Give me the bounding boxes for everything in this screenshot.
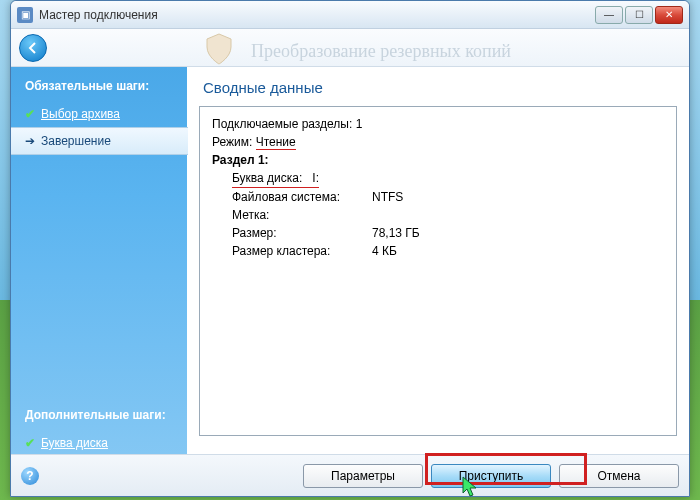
close-button[interactable]: ✕ bbox=[655, 6, 683, 24]
wizard-window: ▣ Мастер подключения — ☐ ✕ Преобразовани… bbox=[10, 0, 690, 497]
sidebar-item-finish[interactable]: ➔ Завершение bbox=[11, 127, 188, 155]
summary-box: Подключаемые разделы: 1 Режим: Чтение Ра… bbox=[199, 106, 677, 436]
maximize-button[interactable]: ☐ bbox=[625, 6, 653, 24]
sidebar-item-label: Завершение bbox=[41, 134, 111, 148]
sidebar-item-select-archive[interactable]: ✔ Выбор архива bbox=[11, 101, 187, 127]
mode-value: Чтение bbox=[256, 135, 296, 150]
options-button[interactable]: Параметры bbox=[303, 464, 423, 488]
required-steps-heading: Обязательные шаги: bbox=[11, 75, 187, 101]
minimize-button[interactable]: — bbox=[595, 6, 623, 24]
summary-line-volume-label: Метка: bbox=[212, 206, 664, 224]
sidebar-item-label: Выбор архива bbox=[41, 107, 120, 121]
summary-line-cluster: Размер кластера: 4 КБ bbox=[212, 242, 664, 260]
window-title: Мастер подключения bbox=[39, 8, 595, 22]
sidebar-item-drive-letter[interactable]: ✔ Буква диска bbox=[11, 430, 187, 456]
drive-letter-value: I: bbox=[312, 171, 319, 185]
page-title: Сводные данные bbox=[199, 75, 677, 106]
help-icon[interactable]: ? bbox=[21, 467, 39, 485]
summary-line-drive-letter: Буква диска: I: bbox=[212, 169, 664, 188]
summary-line-mode: Режим: Чтение bbox=[212, 133, 664, 151]
sidebar: Обязательные шаги: ✔ Выбор архива ➔ Заве… bbox=[11, 67, 187, 496]
app-icon: ▣ bbox=[17, 7, 33, 23]
footer: ? Параметры Приступить Отмена bbox=[11, 454, 689, 496]
summary-section-heading: Раздел 1: bbox=[212, 151, 664, 169]
summary-line-partitions: Подключаемые разделы: 1 bbox=[212, 115, 664, 133]
check-icon: ✔ bbox=[25, 107, 35, 121]
header-strip bbox=[11, 29, 689, 67]
summary-line-filesystem: Файловая система: NTFS bbox=[212, 188, 664, 206]
sidebar-item-label: Буква диска bbox=[41, 436, 108, 450]
content-area: Обязательные шаги: ✔ Выбор архива ➔ Заве… bbox=[11, 67, 689, 496]
back-button[interactable] bbox=[19, 34, 47, 62]
proceed-button[interactable]: Приступить bbox=[431, 464, 551, 488]
back-arrow-icon bbox=[25, 40, 41, 56]
summary-line-size: Размер: 78,13 ГБ bbox=[212, 224, 664, 242]
extra-steps-heading: Дополнительные шаги: bbox=[11, 404, 187, 430]
main-panel: Сводные данные Подключаемые разделы: 1 Р… bbox=[187, 67, 689, 496]
cancel-button[interactable]: Отмена bbox=[559, 464, 679, 488]
check-icon: ✔ bbox=[25, 436, 35, 450]
arrow-icon: ➔ bbox=[25, 134, 35, 148]
titlebar[interactable]: ▣ Мастер подключения — ☐ ✕ bbox=[11, 1, 689, 29]
